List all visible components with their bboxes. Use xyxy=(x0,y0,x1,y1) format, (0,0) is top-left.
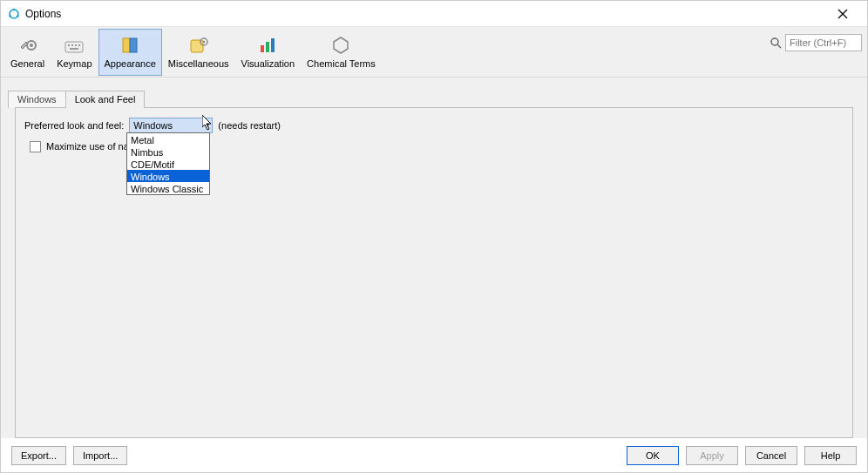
visualization-icon xyxy=(254,33,281,57)
svg-rect-21 xyxy=(271,38,275,52)
svg-point-23 xyxy=(771,38,778,45)
ok-button[interactable]: OK xyxy=(627,446,679,465)
lookfeel-value: Windows xyxy=(133,120,173,131)
cancel-button[interactable]: Cancel xyxy=(745,446,797,465)
keymap-icon xyxy=(60,33,88,57)
export-button[interactable]: Export... xyxy=(11,446,66,465)
svg-rect-13 xyxy=(70,48,78,50)
category-general[interactable]: General xyxy=(4,29,51,76)
filter-input[interactable] xyxy=(785,34,862,51)
search-icon xyxy=(770,37,782,49)
tab-windows[interactable]: Windows xyxy=(8,91,66,108)
svg-rect-12 xyxy=(78,44,80,46)
lookfeel-dropdown-list: Metal Nimbus CDE/Motif Windows Windows C… xyxy=(126,132,210,195)
lookfeel-label: Preferred look and feel: xyxy=(24,120,124,131)
maximize-label: Maximize use of nat xyxy=(46,141,132,152)
category-chemical-terms[interactable]: Chemical Terms xyxy=(301,29,382,76)
general-icon xyxy=(14,33,42,57)
miscellaneous-icon xyxy=(185,33,213,57)
tab-look-and-feel[interactable]: Look and Feel xyxy=(65,91,146,108)
svg-rect-14 xyxy=(123,38,130,52)
filter-region xyxy=(770,34,862,51)
category-keymap[interactable]: Keymap xyxy=(51,29,98,76)
svg-rect-19 xyxy=(261,45,264,52)
category-label: Visualization xyxy=(241,59,295,69)
svg-rect-15 xyxy=(130,38,137,52)
category-label: Appearance xyxy=(105,59,156,69)
tabs-region: Windows Look and Feel Preferred look and… xyxy=(1,78,867,438)
lookfeel-combobox[interactable]: Windows ▾ xyxy=(129,118,213,133)
close-button[interactable] xyxy=(825,1,860,27)
svg-rect-20 xyxy=(266,42,269,52)
lookfeel-option-nimbus[interactable]: Nimbus xyxy=(127,145,209,158)
svg-rect-16 xyxy=(191,40,203,52)
svg-point-3 xyxy=(9,15,11,17)
category-toolbar: General Keymap Appearance xyxy=(1,27,867,78)
bottom-button-bar: Export... Import... OK Apply Cancel Help xyxy=(1,446,867,465)
category-label: Keymap xyxy=(57,59,92,69)
category-appearance[interactable]: Appearance xyxy=(98,29,162,76)
help-button[interactable]: Help xyxy=(804,446,857,465)
apply-button[interactable]: Apply xyxy=(686,446,738,465)
category-label: General xyxy=(10,59,44,69)
title-bar: Options xyxy=(1,1,867,27)
lookfeel-option-cdemotif[interactable]: CDE/Motif xyxy=(127,158,209,170)
chevron-down-icon: ▾ xyxy=(206,120,210,129)
chemical-terms-icon xyxy=(327,33,355,57)
lookfeel-option-windows-classic[interactable]: Windows Classic xyxy=(127,182,209,194)
appearance-icon xyxy=(116,33,144,57)
category-label: Chemical Terms xyxy=(307,59,376,69)
category-miscellaneous[interactable]: Miscellaneous xyxy=(162,29,235,76)
content-panel: Preferred look and feel: Windows ▾ (need… xyxy=(15,107,853,438)
lookfeel-hint: (needs restart) xyxy=(218,120,281,131)
svg-rect-11 xyxy=(75,44,77,46)
svg-point-18 xyxy=(202,41,205,44)
lookfeel-option-windows[interactable]: Windows xyxy=(127,170,209,182)
close-icon xyxy=(837,9,848,19)
app-icon xyxy=(8,8,20,20)
svg-point-7 xyxy=(30,44,33,47)
svg-point-1 xyxy=(13,8,16,10)
svg-line-24 xyxy=(777,44,781,48)
maximize-checkbox[interactable] xyxy=(30,141,41,152)
lookfeel-option-metal[interactable]: Metal xyxy=(127,133,209,145)
svg-rect-9 xyxy=(68,44,70,46)
svg-rect-8 xyxy=(65,42,83,52)
svg-rect-10 xyxy=(71,44,73,46)
import-button[interactable]: Import... xyxy=(73,446,127,465)
category-visualization[interactable]: Visualization xyxy=(235,29,302,76)
category-label: Miscellaneous xyxy=(168,59,229,69)
svg-marker-22 xyxy=(334,37,348,53)
svg-point-2 xyxy=(17,15,19,17)
window-title: Options xyxy=(25,8,61,20)
